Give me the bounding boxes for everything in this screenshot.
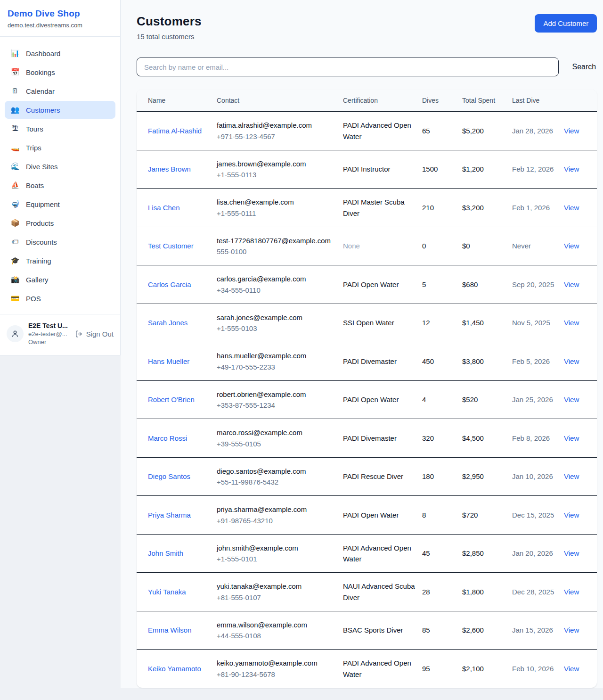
customer-name-cell: James Brown [148,156,217,182]
sidebar-item-tours[interactable]: 🏝Tours [5,120,115,138]
customer-name-cell: Emma Wilson [148,617,217,643]
customer-dives: 8 [422,502,462,528]
sign-out-button[interactable]: Sign Out [75,330,114,338]
customer-phone: 555-0100 [217,246,336,257]
customer-name-link[interactable]: Diego Santos [148,471,190,482]
customer-dives: 210 [422,194,462,221]
view-cell: View [564,271,586,298]
customer-name-link[interactable]: Marco Rossi [148,433,187,444]
customer-phone: +353-87-555-1234 [217,400,336,411]
view-link[interactable]: View [564,280,579,288]
view-cell: View [564,502,586,528]
customer-contact-cell: test-1772681807767@example.com555-0100 [217,227,343,265]
view-link[interactable]: View [564,165,579,173]
sidebar-item-boats[interactable]: ⛵Boats [5,176,115,194]
sidebar-item-label: Equipment [26,200,60,208]
customer-name-link[interactable]: Carlos Garcia [148,279,191,290]
customer-total-spent: $3,800 [462,348,512,375]
customer-phone: +1-555-0111 [217,208,336,219]
page-subtitle: 15 total customers [137,33,202,41]
sidebar-item-trips[interactable]: 🚤Trips [5,139,115,156]
user-email: e2e-tester@... [28,330,70,338]
customer-total-spent: $4,500 [462,425,512,452]
customer-name-link[interactable]: Robert O'Brien [148,394,195,405]
customer-dives: 4 [422,386,462,413]
view-link[interactable]: View [564,549,579,557]
sidebar-item-pos[interactable]: 💳POS [5,289,115,307]
sidebar-item-discounts[interactable]: 🏷Discounts [5,233,115,251]
view-cell: View [564,386,586,413]
customer-name-link[interactable]: James Brown [148,164,191,174]
customer-name-link[interactable]: Emma Wilson [148,625,192,635]
customer-email: marco.rossi@example.com [217,427,336,438]
sidebar: Demo Dive Shop demo.test.divestreams.com… [0,0,121,355]
view-link[interactable]: View [564,204,579,212]
customer-email: lisa.chen@example.com [217,197,336,207]
sidebar-item-label: Bookings [26,68,55,76]
customer-dives: 180 [422,463,462,490]
view-link[interactable]: View [564,511,579,519]
view-link[interactable]: View [564,242,579,250]
view-link[interactable]: View [564,319,579,327]
customer-dives: 1500 [422,156,462,182]
view-link[interactable]: View [564,127,579,135]
view-link[interactable]: View [564,395,579,404]
sidebar-item-bookings[interactable]: 📅Bookings [5,63,115,81]
sidebar-item-dashboard[interactable]: 📊Dashboard [5,44,115,62]
view-link[interactable]: View [564,665,579,673]
view-link[interactable]: View [564,626,579,634]
customer-last-dive: Jan 25, 2026 [512,386,564,413]
sidebar-item-training[interactable]: 🎓Training [5,252,115,270]
view-cell: View [564,194,586,221]
customer-certification: BSAC Sports Diver [343,617,422,643]
credit-card-icon: 💳 [10,294,20,303]
people-icon: 👥 [10,106,20,114]
customer-name-link[interactable]: Keiko Yamamoto [148,663,201,674]
customer-name-cell: Hans Mueller [148,348,217,375]
sidebar-item-products[interactable]: 📦Products [5,214,115,232]
customer-name-link[interactable]: John Smith [148,548,183,559]
spiral-calendar-icon: 🗓 [10,87,20,95]
table-row: Diego Santosdiego.santos@example.com+55-… [137,458,597,496]
shop-name: Demo Dive Shop [8,8,113,19]
view-cell: View [564,232,586,259]
customer-email: robert.obrien@example.com [217,389,336,400]
customer-dives: 28 [422,578,462,605]
customer-email: sarah.jones@example.com [217,312,336,323]
calendar-date-icon: 📅 [10,68,20,76]
view-link[interactable]: View [564,357,579,365]
sidebar-item-label: Boats [26,181,44,189]
view-link[interactable]: View [564,434,579,442]
customer-email: fatima.alrashid@example.com [217,120,336,131]
sidebar-item-label: Training [26,257,51,265]
package-icon: 📦 [10,219,20,227]
customer-phone: +971-55-123-4567 [217,131,336,142]
sidebar-item-dive-sites[interactable]: 🌊Dive Sites [5,157,115,175]
sidebar-item-customers[interactable]: 👥Customers [5,101,115,119]
customer-name-link[interactable]: Yuki Tanaka [148,586,186,597]
customer-name-link[interactable]: Fatima Al-Rashid [148,125,202,136]
customer-name-link[interactable]: Priya Sharma [148,510,191,520]
customer-dives: 95 [422,655,462,682]
customer-name-link[interactable]: Test Customer [148,240,194,251]
customer-name-link[interactable]: Sarah Jones [148,317,187,328]
customer-name-link[interactable]: Lisa Chen [148,202,180,213]
sidebar-item-gallery[interactable]: 📸Gallery [5,271,115,288]
column-header-total-spent: Total Spent [462,90,512,111]
customer-certification: PADI Instructor [343,156,422,182]
customer-name-link[interactable]: Hans Mueller [148,356,189,367]
avatar [7,325,24,342]
add-customer-button[interactable]: Add Customer [535,14,597,33]
customer-certification: PADI Open Water [343,502,422,528]
shop-header: Demo Dive Shop demo.test.divestreams.com [0,0,120,37]
customer-certification: PADI Master Scuba Diver [343,189,422,227]
search-button[interactable]: Search [571,61,597,73]
view-link[interactable]: View [564,472,579,480]
search-input[interactable] [137,58,559,76]
customer-name-cell: John Smith [148,540,217,567]
table-row: Sarah Jonessarah.jones@example.com+1-555… [137,304,597,343]
view-link[interactable]: View [564,588,579,596]
sidebar-item-calendar[interactable]: 🗓Calendar [5,82,115,100]
sidebar-item-label: Trips [26,144,41,152]
sidebar-item-equipment[interactable]: 🤿Equipment [5,195,115,213]
